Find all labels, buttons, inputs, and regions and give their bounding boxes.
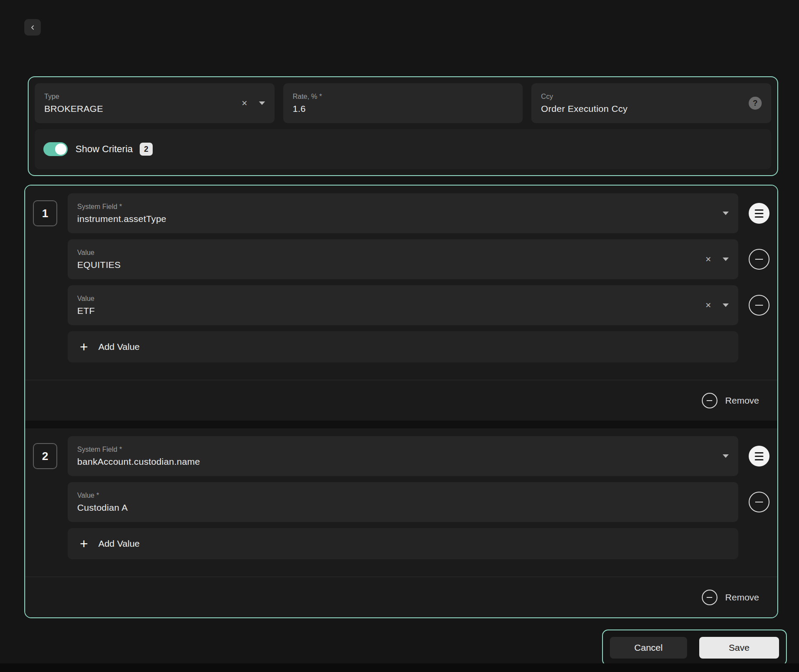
type-value: BROKERAGE [44, 104, 103, 114]
ccy-field[interactable]: Ccy Order Execution Ccy ? [531, 83, 771, 123]
remove-criterion-row: Remove [25, 380, 777, 421]
value-value: EQUITIES [77, 260, 121, 270]
menu-icon [755, 209, 763, 211]
minus-circle-icon [702, 393, 717, 408]
rate-input[interactable]: Rate, % * 1.6 [283, 83, 523, 123]
value-label: Value [77, 295, 95, 303]
value-row: Value * Custodian A [33, 482, 770, 522]
system-field-row: 2 System Field * bankAccount.custodian.n… [33, 436, 770, 476]
system-field-row: 1 System Field * instrument.assetType [33, 193, 770, 233]
remove-label: Remove [725, 395, 759, 406]
show-criteria-row: Show Criteria 2 [35, 129, 771, 169]
chevron-down-icon[interactable] [723, 258, 729, 261]
value-label: Value * [77, 492, 128, 499]
chevron-down-icon[interactable] [723, 303, 729, 307]
value-label: Value [77, 249, 121, 257]
chevron-down-icon[interactable] [723, 212, 729, 215]
system-field-label: System Field * [77, 203, 167, 211]
type-label: Type [44, 93, 103, 101]
value-row: Value EQUITIES ✕ [33, 239, 770, 279]
add-value-row: + Add Value [33, 528, 770, 559]
show-criteria-label: Show Criteria [75, 144, 133, 155]
add-value-button[interactable]: + Add Value [68, 528, 738, 559]
back-button[interactable] [24, 19, 41, 36]
add-value-label: Add Value [98, 342, 140, 352]
criteria-count-badge: 2 [140, 143, 153, 156]
footer-actions: Cancel Save [602, 630, 787, 666]
criterion-number-badge: 1 [33, 200, 57, 226]
system-field-value: instrument.assetType [77, 214, 167, 224]
cancel-button[interactable]: Cancel [610, 637, 687, 659]
fee-fields-row: Type BROKERAGE ✕ Rate, % * 1.6 Ccy Order… [35, 83, 771, 123]
clear-icon[interactable]: ✕ [705, 302, 711, 309]
menu-icon [755, 452, 763, 453]
remove-criterion-row: Remove [25, 577, 777, 617]
add-value-row: + Add Value [33, 331, 770, 362]
footer: Cancel Save [0, 630, 787, 666]
value-select[interactable]: Value EQUITIES ✕ [68, 239, 738, 279]
criterion-2: 2 System Field * bankAccount.custodian.n… [25, 428, 777, 617]
criterion-menu-button[interactable] [749, 203, 770, 224]
criteria-panel: 1 System Field * instrument.assetType [24, 185, 778, 618]
add-value-button[interactable]: + Add Value [68, 331, 738, 362]
clear-icon[interactable]: ✕ [241, 100, 247, 107]
save-button[interactable]: Save [699, 637, 779, 659]
system-field-select[interactable]: System Field * instrument.assetType [68, 193, 738, 233]
remove-criterion-button[interactable]: Remove [702, 393, 759, 408]
value-select[interactable]: Value ETF ✕ [68, 285, 738, 325]
chevron-down-icon[interactable] [723, 454, 729, 458]
value-value: Custodian A [77, 502, 128, 513]
ccy-value: Order Execution Ccy [541, 104, 627, 114]
help-icon[interactable]: ? [749, 97, 762, 110]
toggle-knob [55, 144, 66, 155]
remove-value-button[interactable] [749, 249, 770, 270]
show-criteria-toggle[interactable] [43, 142, 68, 156]
bottom-bar [0, 663, 799, 672]
value-value: ETF [77, 306, 95, 316]
clear-icon[interactable]: ✕ [705, 256, 711, 263]
criterion-menu-button[interactable] [749, 446, 770, 466]
system-field-value: bankAccount.custodian.name [77, 457, 200, 467]
chevron-down-icon[interactable] [259, 101, 265, 105]
fee-settings-panel: Type BROKERAGE ✕ Rate, % * 1.6 Ccy Order… [28, 76, 778, 176]
minus-circle-icon [702, 590, 717, 605]
rate-value: 1.6 [293, 104, 322, 114]
remove-label: Remove [725, 592, 759, 603]
system-field-label: System Field * [77, 446, 200, 453]
type-select[interactable]: Type BROKERAGE ✕ [35, 83, 275, 123]
value-row: Value ETF ✕ [33, 285, 770, 325]
topbar [0, 0, 799, 49]
plus-icon: + [80, 341, 88, 353]
ccy-label: Ccy [541, 93, 627, 101]
remove-value-button[interactable] [749, 295, 770, 316]
remove-value-button[interactable] [749, 492, 770, 512]
criterion-number-badge: 2 [33, 443, 57, 469]
rate-label: Rate, % * [293, 93, 322, 101]
plus-icon: + [80, 538, 88, 550]
value-input[interactable]: Value * Custodian A [68, 482, 738, 522]
add-value-label: Add Value [98, 538, 140, 549]
remove-criterion-button[interactable]: Remove [702, 590, 759, 605]
chevron-left-icon [29, 24, 36, 31]
system-field-select[interactable]: System Field * bankAccount.custodian.nam… [68, 436, 738, 476]
criterion-1: 1 System Field * instrument.assetType [25, 186, 777, 421]
